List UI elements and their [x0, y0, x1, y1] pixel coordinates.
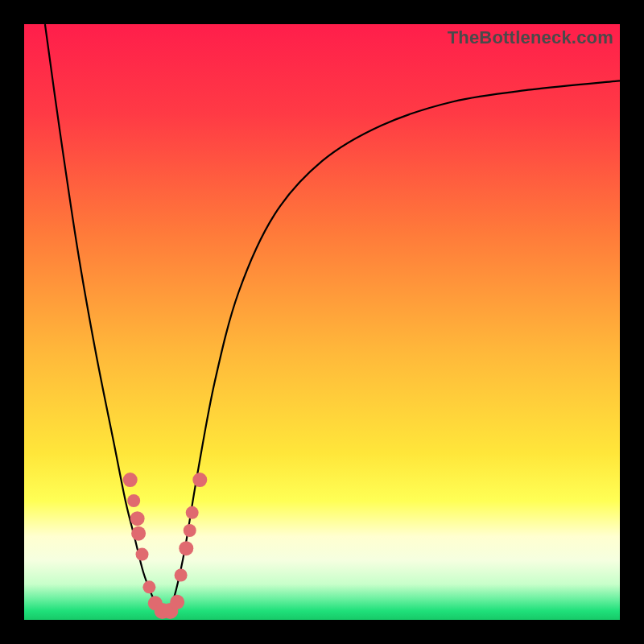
- marker-dot: [131, 526, 146, 541]
- marker-dot: [184, 524, 196, 537]
- marker-dot: [136, 548, 149, 561]
- marker-dot: [130, 511, 145, 526]
- chart-frame: TheBottleneck.com: [0, 0, 644, 644]
- curve-layer: [24, 24, 620, 620]
- marker-dot: [127, 494, 140, 507]
- marker-dot: [186, 506, 199, 519]
- marker-dot: [170, 595, 184, 609]
- marker-dot: [123, 473, 138, 487]
- marker-dot: [192, 473, 207, 487]
- marker-dot: [175, 569, 188, 582]
- marker-dot: [142, 580, 155, 593]
- plot-area: TheBottleneck.com: [24, 24, 620, 620]
- bottleneck-curve: [45, 24, 620, 614]
- marker-dot: [179, 541, 193, 555]
